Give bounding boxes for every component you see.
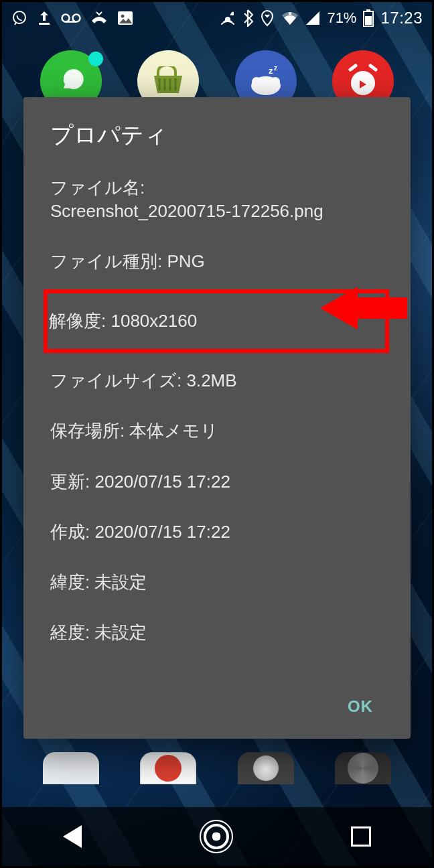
property-filename: ファイル名: Screenshot_20200715-172256.png	[50, 173, 384, 236]
resolution-value: 1080x2160	[111, 311, 197, 331]
bluetooth-icon	[242, 9, 253, 27]
updated-label: 更新:	[50, 472, 90, 492]
cellular-signal-icon	[305, 11, 320, 25]
properties-list: ファイル名: Screenshot_20200715-172256.png ファ…	[50, 173, 384, 682]
app-icon-bottom-1[interactable]	[43, 752, 99, 784]
svg-point-0	[13, 11, 25, 23]
clock: 17:23	[380, 9, 423, 27]
location-value: 本体メモリ	[129, 421, 218, 441]
property-longitude: 経度: 未設定	[50, 607, 384, 658]
hotspot-icon	[220, 10, 236, 26]
svg-text:z: z	[269, 66, 273, 76]
ok-button[interactable]: OK	[337, 689, 384, 724]
latitude-value: 未設定	[94, 572, 147, 592]
filename-value: Screenshot_20200715-172256.png	[50, 201, 323, 221]
svg-point-6	[121, 15, 125, 18]
app-icon-bottom-3[interactable]	[238, 752, 294, 784]
longitude-value: 未設定	[94, 622, 147, 642]
battery-percentage: 71%	[327, 9, 356, 27]
svg-text:z: z	[274, 64, 277, 72]
svg-point-3	[73, 15, 80, 22]
annotation-arrow	[320, 287, 407, 327]
filename-label: ファイル名:	[50, 177, 145, 198]
property-updated: 更新: 2020/07/15 17:22	[50, 457, 384, 507]
image-icon	[117, 11, 133, 25]
svg-point-2	[62, 15, 70, 22]
location-label: 保存場所:	[50, 421, 125, 441]
nav-back-button[interactable]	[63, 825, 82, 848]
property-latitude: 緯度: 未設定	[50, 557, 384, 607]
filesize-value: 3.2MB	[186, 370, 236, 390]
nav-recent-button[interactable]	[351, 826, 371, 847]
property-filesize: ファイルサイズ: 3.2MB	[50, 356, 384, 406]
latitude-label: 緯度:	[50, 572, 90, 592]
resolution-label: 解像度:	[49, 311, 106, 331]
properties-dialog: プロパティ ファイル名: Screenshot_20200715-172256.…	[23, 97, 411, 739]
created-label: 作成:	[50, 522, 90, 542]
status-bar: 71% 17:23	[2, 2, 432, 34]
svg-point-16	[252, 77, 261, 86]
upload-icon	[37, 10, 52, 26]
app-icon-bottom-4[interactable]	[335, 752, 391, 784]
voicemail-icon	[61, 13, 81, 23]
property-filetype: ファイル種別: PNG	[50, 236, 384, 287]
filesize-label: ファイルサイズ:	[50, 370, 182, 390]
nav-home-button[interactable]	[204, 824, 229, 849]
svg-rect-10	[365, 16, 372, 25]
navigation-bar	[2, 807, 432, 866]
created-value: 2020/07/15 17:22	[94, 522, 230, 542]
updated-value: 2020/07/15 17:22	[94, 472, 230, 492]
wifi-icon	[281, 11, 299, 25]
battery-icon	[363, 9, 374, 27]
dialog-footer: OK	[50, 682, 384, 724]
whatsapp-icon	[11, 10, 27, 26]
property-created: 作成: 2020/07/15 17:22	[50, 507, 384, 557]
location-icon	[260, 9, 275, 27]
missed-call-icon	[90, 11, 108, 25]
home-icons-bottom	[2, 752, 432, 792]
svg-rect-1	[39, 23, 50, 25]
dialog-title: プロパティ	[50, 120, 384, 151]
app-icon-bottom-2[interactable]	[140, 752, 196, 784]
filetype-value: PNG	[167, 251, 204, 271]
property-location: 保存場所: 本体メモリ	[50, 406, 384, 456]
filetype-label: ファイル種別:	[50, 251, 162, 271]
longitude-label: 経度:	[50, 622, 90, 642]
svg-point-17	[271, 77, 280, 86]
